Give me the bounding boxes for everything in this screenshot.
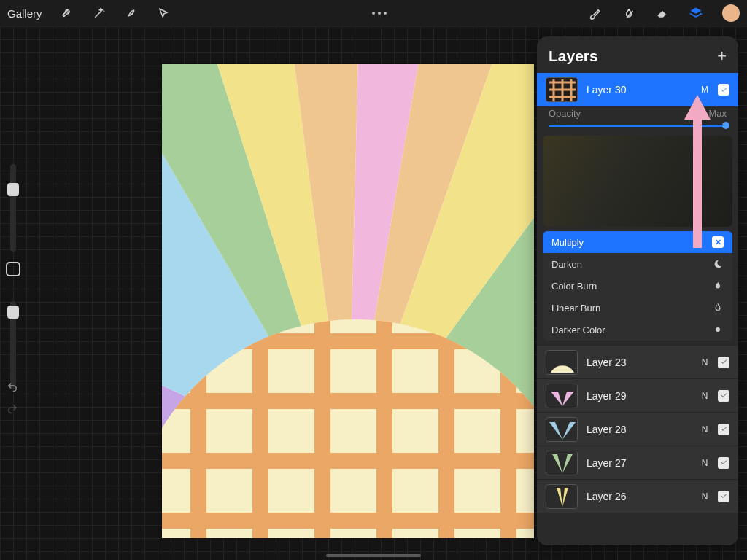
visibility-checkbox[interactable]	[718, 390, 729, 402]
visibility-checkbox[interactable]	[718, 491, 729, 502]
blend-mode-label: Darker Color	[551, 324, 605, 335]
home-indicator	[326, 554, 421, 557]
blend-mode-label: Color Burn	[551, 281, 597, 292]
blend-mode-label: Darken	[551, 259, 582, 270]
layer-row[interactable]: Layer 26N	[537, 479, 738, 513]
layer-thumb	[546, 350, 578, 375]
opacity-slider-thumb[interactable]	[722, 122, 729, 129]
cursor-icon[interactable]	[156, 6, 171, 20]
opacity-slider[interactable]	[549, 125, 727, 127]
flame-outline-icon	[712, 302, 724, 314]
blend-mode-multiply[interactable]: Multiply ✕	[543, 231, 732, 253]
gallery-button[interactable]: Gallery	[7, 7, 42, 20]
svg-rect-34	[546, 418, 578, 442]
blend-mode-label: Multiply	[551, 237, 584, 248]
blend-mode-darker-color[interactable]: Darker Color	[543, 319, 732, 341]
svg-point-29	[716, 327, 720, 332]
layer-row-selected[interactable]: Layer 30 M	[537, 73, 738, 106]
layer-row[interactable]: Layer 23N	[537, 345, 738, 378]
layer-thumb	[546, 77, 578, 102]
smudge-icon[interactable]	[622, 6, 636, 20]
redo-icon[interactable]	[4, 401, 20, 414]
layer-name: Layer 29	[587, 390, 692, 402]
blend-mode-color-burn[interactable]: Color Burn	[543, 275, 732, 297]
add-layer-button[interactable]: +	[717, 47, 727, 66]
brush-size-slider[interactable]	[10, 164, 16, 252]
layer-name: Layer 23	[587, 357, 692, 368]
canvas[interactable]	[162, 64, 534, 538]
visibility-checkbox[interactable]	[718, 457, 729, 469]
blend-mode-linear-burn[interactable]: Linear Burn	[543, 297, 732, 319]
wrench-icon[interactable]	[60, 6, 74, 20]
eraser-icon[interactable]	[655, 6, 670, 20]
brush-size-thumb[interactable]	[7, 183, 19, 196]
blend-active-icon: ✕	[712, 236, 724, 248]
brush-opacity-slider[interactable]	[10, 301, 16, 389]
visibility-checkbox[interactable]	[718, 357, 729, 368]
visibility-checkbox[interactable]	[718, 84, 729, 96]
layer-row[interactable]: Layer 27N	[537, 446, 738, 479]
layers-title: Layers	[549, 47, 598, 65]
modify-menu-icon[interactable]	[372, 12, 387, 15]
blend-mode-letter[interactable]: N	[700, 458, 709, 468]
layer-thumb	[546, 484, 578, 509]
color-swatch[interactable]	[722, 4, 740, 22]
layer-name: Layer 30	[587, 84, 692, 96]
undo-icon[interactable]	[4, 379, 20, 392]
flame-icon	[712, 280, 724, 292]
layers-panel: Layers + Layer 30 M Opacity Max	[537, 36, 738, 545]
layer-thumb	[546, 451, 578, 475]
blend-mode-letter[interactable]: M	[700, 85, 709, 95]
brush-icon[interactable]	[588, 6, 603, 20]
blend-preview	[543, 136, 732, 227]
top-toolbar: Gallery	[0, 0, 747, 26]
wand-icon[interactable]	[92, 6, 107, 20]
blend-mode-letter[interactable]: N	[700, 357, 709, 368]
blend-mode-letter[interactable]: N	[700, 424, 709, 435]
opacity-label: Opacity	[549, 108, 581, 119]
opacity-value: Max	[708, 108, 727, 119]
layers-icon[interactable]	[689, 6, 703, 20]
opacity-block: Opacity Max	[537, 106, 738, 133]
layer-row[interactable]: Layer 28N	[537, 412, 738, 446]
layer-name: Layer 26	[587, 491, 692, 502]
layer-list: Layer 23NLayer 29NLayer 28NLayer 27NLaye…	[537, 345, 738, 513]
selection-icon[interactable]	[124, 6, 139, 20]
circle-icon	[712, 324, 724, 335]
svg-rect-37	[546, 451, 578, 475]
layer-row[interactable]: Layer 29N	[537, 378, 738, 412]
brush-opacity-thumb[interactable]	[7, 306, 19, 319]
artwork	[162, 64, 534, 538]
layer-thumb	[546, 384, 578, 408]
layer-name: Layer 28	[587, 424, 692, 435]
layer-name: Layer 27	[587, 457, 692, 469]
moon-icon	[712, 258, 724, 270]
blend-mode-letter[interactable]: N	[700, 491, 709, 502]
visibility-checkbox[interactable]	[718, 424, 729, 435]
blend-mode-letter[interactable]: N	[700, 391, 709, 401]
blend-mode-label: Linear Burn	[551, 303, 600, 314]
blend-mode-darken[interactable]: Darken	[543, 253, 732, 275]
layer-thumb	[546, 417, 578, 442]
modify-button[interactable]	[6, 262, 20, 276]
blend-mode-list: Multiply ✕ Darken Color Burn Linear Burn…	[543, 231, 732, 341]
svg-rect-31	[546, 384, 578, 408]
